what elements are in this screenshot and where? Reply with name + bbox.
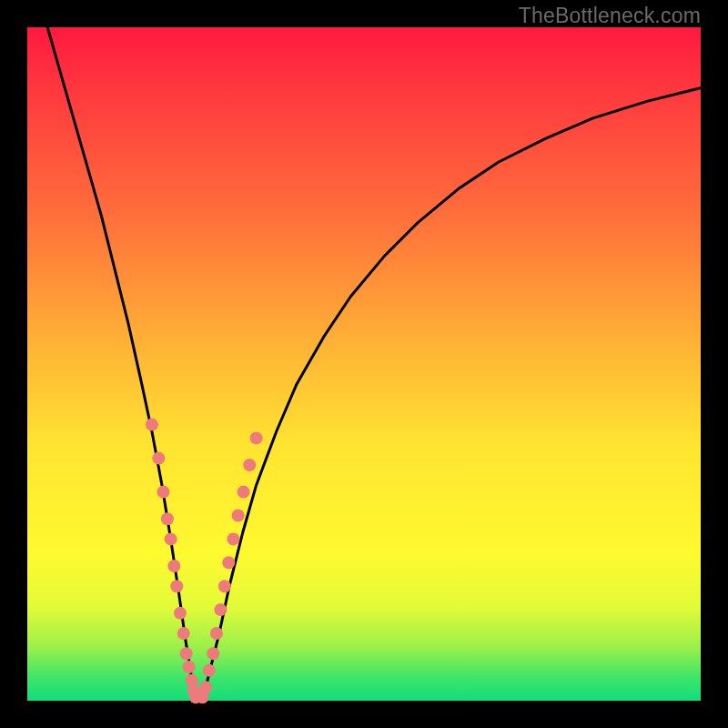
data-point <box>222 556 235 569</box>
data-point <box>250 431 263 444</box>
data-point <box>161 512 174 525</box>
data-point <box>157 486 169 499</box>
data-point <box>152 452 165 465</box>
data-point <box>174 607 187 620</box>
data-point <box>214 603 227 616</box>
data-point <box>189 691 202 703</box>
data-point <box>232 510 245 522</box>
data-point <box>227 532 239 545</box>
data-point <box>180 647 193 660</box>
data-point <box>183 661 196 673</box>
data-point <box>196 691 208 703</box>
data-point <box>199 681 212 693</box>
data-point <box>167 560 180 572</box>
data-point <box>207 647 219 660</box>
data-point <box>146 419 158 431</box>
data-point <box>210 627 223 640</box>
data-point <box>187 684 200 697</box>
outer-frame: TheBottleneck.com <box>0 0 728 728</box>
data-point <box>165 532 177 545</box>
data-point <box>238 486 250 499</box>
data-point <box>218 580 231 592</box>
data-point <box>177 627 190 640</box>
data-point <box>186 674 198 687</box>
plot-area <box>27 27 701 701</box>
data-point <box>203 664 216 677</box>
watermark-text: TheBottleneck.com <box>519 4 701 28</box>
curve-svg <box>27 27 701 701</box>
bottleneck-curve <box>47 27 701 701</box>
data-point <box>243 459 256 471</box>
data-point <box>170 580 183 592</box>
